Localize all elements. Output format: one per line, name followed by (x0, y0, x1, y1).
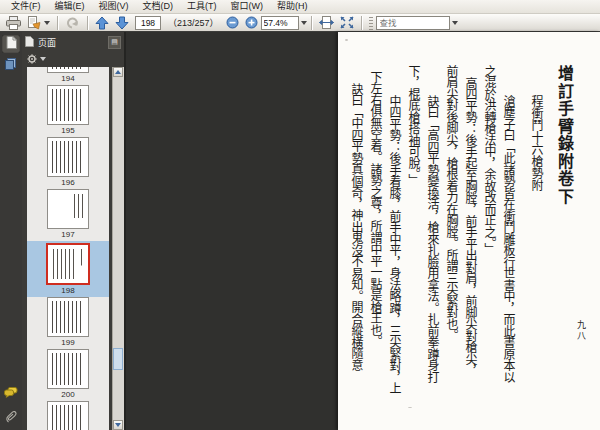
text-column: 增訂手臂錄附卷下 (556, 65, 573, 405)
thumbnail-options-row (22, 52, 124, 65)
thumbnail-page-number: 199 (27, 337, 109, 349)
comments-tab-button[interactable] (2, 384, 20, 402)
thumbnail-image[interactable] (47, 189, 89, 229)
toolbar-separator (57, 16, 58, 30)
menu-view[interactable]: 视图(V) (92, 0, 136, 13)
triangle-up-icon (115, 70, 121, 74)
menu-file[interactable]: 文件(F) (4, 0, 48, 13)
page-thumbnail[interactable]: 196 (27, 137, 109, 189)
text-column: 下左右俱無空着。諸勢之尊，所謂中平一點是槍王也。 (369, 65, 381, 405)
text-column: 高四平勢：後手起至胸膛，前手平出對肩，前脚尖對槍尖， (464, 65, 476, 405)
previous-view-icon (65, 16, 80, 30)
toolbar-separator (311, 16, 312, 30)
fit-width-icon (319, 16, 334, 29)
page-tab-icon (25, 36, 34, 49)
page-thumbnail[interactable]: 199 (27, 297, 109, 349)
export-button[interactable] (24, 14, 53, 32)
text-column: 程衝鬥十六槍勢附 (530, 65, 542, 405)
zoom-dropdown-caret[interactable] (301, 21, 307, 25)
fit-page-button[interactable] (337, 14, 357, 32)
menu-help[interactable]: 帮助(H) (270, 0, 315, 13)
search-dropdown-caret[interactable] (452, 21, 458, 25)
fit-width-button[interactable] (316, 14, 337, 32)
thumbnail-image[interactable] (47, 401, 89, 430)
thumbnail-image[interactable] (46, 243, 90, 285)
page-down-icon (115, 16, 129, 30)
toolbar: （213/257） (0, 14, 600, 32)
toolbar-separator (87, 16, 88, 30)
thumbnail-page-number: 195 (27, 125, 109, 137)
menu-window[interactable]: 窗口(W) (224, 0, 271, 13)
toolbar-separator (361, 16, 362, 30)
scrollbar-thumb[interactable] (113, 348, 123, 370)
page-up-icon (95, 16, 109, 30)
attachments-tab-button[interactable] (2, 409, 20, 427)
thumbnail-page-number: 194 (27, 73, 109, 85)
next-page-button[interactable] (112, 14, 132, 32)
text-column: 滄塵子曰「此諸勢皆在衝鬥雕板行世書中，而此書原本以 (502, 65, 514, 405)
page-thumbnail[interactable]: 201 (27, 401, 109, 430)
zoom-in-icon (245, 16, 258, 29)
export-dropdown-caret (44, 21, 50, 25)
previous-page-button[interactable] (92, 14, 112, 32)
pages-tab-button[interactable] (2, 35, 20, 53)
menu-document[interactable]: 文档(D) (136, 0, 181, 13)
previous-view-button[interactable] (62, 14, 83, 32)
thumbnail-image[interactable] (47, 137, 89, 177)
navigation-icon-strip (0, 32, 22, 430)
page-thumbnail[interactable]: 200 (27, 349, 109, 401)
pages-icon (6, 35, 17, 53)
pages-panel-title: 页面 (38, 36, 108, 49)
text-column: 下，棍底槍搭袖可脫。」 (407, 65, 419, 405)
scroll-down-button[interactable] (113, 420, 123, 430)
content-area: 页面 ▤ 194195196197198199200201 增訂手臂錄附卷下程衝… (0, 31, 600, 430)
pages-panel: 页面 ▤ 194195196197198199200201 (22, 32, 126, 430)
page-thumbnail[interactable]: 197 (27, 189, 109, 241)
scroll-up-button[interactable] (113, 67, 123, 77)
comments-icon (4, 384, 18, 402)
layers-icon (5, 56, 17, 74)
zoom-level-input[interactable] (261, 16, 299, 30)
fit-page-icon (340, 16, 354, 29)
page-thumbnail[interactable]: 194 (27, 67, 109, 85)
zoom-out-button[interactable] (223, 14, 242, 32)
paperclip-icon (5, 409, 17, 427)
export-document-icon (27, 16, 42, 30)
menu-edit[interactable]: 编辑(E) (48, 0, 92, 13)
text-column: 中四平勢：後手着膝，前手中平，身法略蹲，三尖緊對，上 (388, 65, 400, 405)
search-input[interactable] (376, 16, 450, 30)
thumbnail-image[interactable] (47, 349, 89, 389)
page-thumbnail[interactable]: 195 (27, 85, 109, 137)
zoom-in-button[interactable] (242, 14, 261, 32)
page-number-input[interactable] (135, 16, 161, 30)
vertical-text-block: 增訂手臂錄附卷下程衝鬥十六槍勢附滄塵子曰「此諸勢皆在衝鬥雕板行世書中，而此書原本… (343, 65, 573, 405)
thumbnail-page-number: 200 (27, 389, 109, 401)
panel-options-button[interactable]: ▤ (108, 36, 121, 49)
document-page: 增訂手臂錄附卷下程衝鬥十六槍勢附滄塵子曰「此諸勢皆在衝鬥雕板行世書中，而此書原本… (338, 32, 600, 430)
toolbar-grip-handle[interactable] (369, 16, 373, 30)
gear-icon[interactable] (27, 50, 37, 68)
text-column: 前肩尖對後脚尖，槍根着力在胸膛。所謂三尖緊對也。 (445, 65, 457, 405)
printer-icon (6, 16, 21, 30)
gear-dropdown-caret[interactable] (40, 57, 46, 61)
thumbnail-page-number: 196 (27, 177, 109, 189)
layers-tab-button[interactable] (2, 56, 20, 74)
page-smudge (345, 39, 348, 41)
print-button[interactable] (3, 14, 24, 32)
text-column: 訣曰「高四平勢變換活，槍來扎臉用拿法。扎前拳蹲身打 (426, 65, 438, 405)
page-thumbnail-current[interactable]: 198 (27, 241, 109, 297)
menu-tools[interactable]: 工具(T) (180, 0, 224, 13)
thumbnail-image[interactable] (47, 297, 89, 337)
pdf-reader-window: 文件(F) 编辑(E) 视图(V) 文档(D) 工具(T) 窗口(W) 帮助(H… (0, 0, 600, 430)
text-column: 之混於洪轉槍法中，余故改而正之。」 (483, 65, 495, 405)
thumbnail-image[interactable] (47, 85, 89, 125)
thumbnail-image[interactable] (47, 67, 89, 73)
document-canvas[interactable]: 增訂手臂錄附卷下程衝鬥十六槍勢附滄塵子曰「此諸勢皆在衝鬥雕板行世書中，而此書原本… (126, 32, 600, 430)
menu-bar: 文件(F) 编辑(E) 视图(V) 文档(D) 工具(T) 窗口(W) 帮助(H… (0, 0, 600, 14)
thumbnail-list: 194195196197198199200201 (27, 67, 109, 430)
page-smudge (408, 407, 412, 408)
triangle-down-icon (115, 423, 121, 427)
thumbnail-scrollbar[interactable] (112, 67, 124, 430)
pages-panel-header: 页面 ▤ (22, 32, 124, 52)
zoom-out-icon (226, 16, 239, 29)
